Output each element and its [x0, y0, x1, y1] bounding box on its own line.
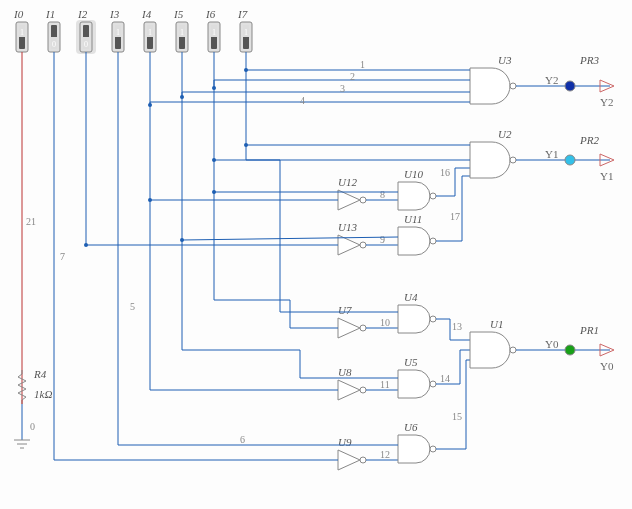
switch-state: 1 — [148, 28, 152, 37]
svg-point-115 — [360, 457, 366, 463]
switch-state: 1 — [244, 28, 248, 37]
svg-text:9: 9 — [380, 234, 385, 245]
schematic: I0 1 I1 0 I2 0 I3 1 — [0, 0, 632, 509]
svg-point-57 — [430, 193, 436, 199]
svg-text:3: 3 — [340, 83, 345, 94]
gate-label: U3 — [498, 54, 512, 66]
gate-U4: U4 13 — [246, 160, 470, 340]
svg-text:15: 15 — [452, 411, 462, 422]
gate-U3: U3 1 2 3 4 Y2 — [150, 54, 610, 106]
svg-text:PR3: PR3 — [579, 54, 599, 66]
svg-text:U7: U7 — [338, 304, 352, 316]
svg-text:U13: U13 — [338, 221, 357, 233]
probe-PR3: PR3 Y2 — [565, 54, 614, 108]
switch-label: I2 — [77, 8, 88, 20]
switch-label: I3 — [109, 8, 120, 20]
probe-PR2: PR2 Y1 — [565, 134, 614, 182]
svg-text:6: 6 — [240, 434, 245, 445]
switch-label: I6 — [205, 8, 216, 20]
svg-text:U8: U8 — [338, 366, 352, 378]
svg-point-69 — [430, 238, 436, 244]
switch-label: I1 — [45, 8, 55, 20]
svg-point-106 — [430, 381, 436, 387]
svg-text:R4: R4 — [33, 368, 47, 380]
svg-text:U10: U10 — [404, 168, 423, 180]
switch-state: 1 — [212, 28, 216, 37]
svg-text:PR2: PR2 — [579, 134, 599, 146]
svg-text:13: 13 — [452, 321, 462, 332]
switch-I3[interactable]: I3 1 — [109, 8, 124, 52]
resistor-R4: R4 1kΩ — [14, 368, 52, 448]
svg-text:21: 21 — [26, 216, 36, 227]
svg-text:4: 4 — [300, 95, 305, 106]
switch-label: I4 — [141, 8, 152, 20]
svg-text:14: 14 — [440, 373, 450, 384]
svg-text:16: 16 — [440, 167, 450, 178]
svg-text:Y0: Y0 — [545, 338, 559, 350]
svg-text:8: 8 — [380, 189, 385, 200]
switch-I6[interactable]: I6 1 — [205, 8, 220, 52]
svg-point-92 — [430, 316, 436, 322]
svg-point-85 — [360, 325, 366, 331]
svg-point-101 — [360, 387, 366, 393]
svg-point-128 — [510, 347, 516, 353]
svg-text:1kΩ: 1kΩ — [34, 388, 52, 400]
switch-I5[interactable]: I5 1 — [173, 8, 188, 52]
switch-label: I7 — [237, 8, 248, 20]
svg-text:1: 1 — [360, 59, 365, 70]
svg-point-76 — [510, 157, 516, 163]
svg-text:U9: U9 — [338, 436, 352, 448]
svg-text:12: 12 — [380, 449, 390, 460]
svg-point-52 — [360, 197, 366, 203]
svg-text:U6: U6 — [404, 421, 418, 433]
svg-point-64 — [360, 242, 366, 248]
svg-text:11: 11 — [380, 379, 390, 390]
switch-label: I0 — [13, 8, 24, 20]
svg-point-83 — [565, 155, 575, 165]
gate-U5: U5 14 — [182, 350, 470, 398]
svg-text:U1: U1 — [490, 318, 503, 330]
probe-PR1: PR1 Y0 — [565, 324, 614, 372]
svg-text:Y2: Y2 — [545, 74, 558, 86]
switch-state: 1 — [116, 28, 120, 37]
svg-point-35 — [510, 83, 516, 89]
svg-text:Y0: Y0 — [600, 360, 614, 372]
gate-U8: U8 11 — [150, 366, 398, 400]
svg-point-50 — [565, 81, 575, 91]
switch-I1[interactable]: I1 0 — [45, 8, 60, 52]
svg-text:U2: U2 — [498, 128, 512, 140]
switch-I4[interactable]: I4 1 — [141, 8, 156, 52]
switch-state: 1 — [180, 28, 184, 37]
switch-I0[interactable]: I0 1 — [13, 8, 28, 52]
svg-point-133 — [565, 345, 575, 355]
svg-text:10: 10 — [380, 317, 390, 328]
svg-text:0: 0 — [30, 421, 35, 432]
svg-text:2: 2 — [350, 71, 355, 82]
svg-text:7: 7 — [60, 251, 65, 262]
gate-U12: U12 8 — [150, 176, 398, 210]
gate-U9: U9 12 — [54, 436, 398, 470]
svg-text:U11: U11 — [404, 213, 422, 225]
inputs-row: I0 1 I1 0 I2 0 I3 1 — [13, 8, 252, 54]
svg-text:PR1: PR1 — [579, 324, 599, 336]
switch-I7[interactable]: I7 1 — [237, 8, 252, 52]
svg-text:Y2: Y2 — [600, 96, 613, 108]
svg-text:Y1: Y1 — [545, 148, 558, 160]
svg-text:U12: U12 — [338, 176, 357, 188]
switch-state: 0 — [84, 40, 88, 49]
svg-point-120 — [430, 446, 436, 452]
svg-text:Y1: Y1 — [600, 170, 613, 182]
svg-text:17: 17 — [450, 211, 460, 222]
gate-U7: U7 10 — [214, 300, 398, 338]
switch-state: 1 — [20, 28, 24, 37]
switch-label: I5 — [173, 8, 184, 20]
svg-text:U4: U4 — [404, 291, 418, 303]
switch-I2[interactable]: I2 0 — [76, 8, 96, 54]
svg-text:U5: U5 — [404, 356, 418, 368]
switch-state: 0 — [52, 40, 56, 49]
svg-text:5: 5 — [130, 301, 135, 312]
